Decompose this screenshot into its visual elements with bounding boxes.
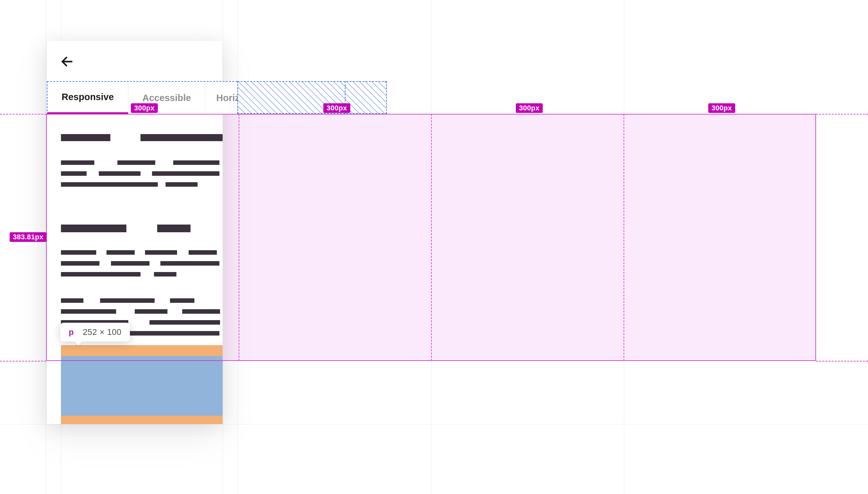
skeleton-bar <box>61 171 86 176</box>
skeleton-bar <box>170 298 194 303</box>
selection-top-edge-extend <box>0 114 46 115</box>
skeleton-bar <box>189 250 217 255</box>
col-label: 300px <box>323 103 350 113</box>
tooltip-tag: p <box>69 327 74 337</box>
box-model-margin-bottom <box>61 416 223 424</box>
skeleton-bar <box>182 309 220 314</box>
skeleton-bar <box>61 225 127 232</box>
tab-responsive[interactable]: Responsive <box>47 82 128 114</box>
skeleton-bar <box>61 160 94 165</box>
tab-horizontal[interactable]: Horizo <box>205 82 237 114</box>
skeleton-bar <box>173 160 219 165</box>
col-divider <box>431 114 432 361</box>
overflow-hatched-region <box>237 81 387 114</box>
skeleton-bar <box>135 309 168 314</box>
height-label: 383.81px <box>9 232 46 242</box>
col-label: 300px <box>708 103 735 113</box>
skeleton-bar <box>150 320 220 325</box>
selection-bottom-edge-extend <box>0 361 46 362</box>
box-model-margin-top <box>61 345 223 356</box>
skeleton-bar <box>166 182 198 187</box>
col-divider <box>623 114 624 361</box>
skeleton-bar <box>107 250 135 255</box>
device-header <box>46 41 223 82</box>
skeleton-bar <box>152 171 219 176</box>
skeleton-bar <box>61 261 99 266</box>
skeleton-bar <box>100 298 155 303</box>
box-model-content <box>61 356 223 416</box>
tab-label: Responsive <box>62 92 114 102</box>
skeleton-bar <box>61 250 96 255</box>
selection-bottom-edge-extend-r <box>816 361 868 362</box>
tab-label: Horizo <box>216 93 237 103</box>
selection-top-edge-extend-r <box>816 114 868 115</box>
skeleton-bar <box>157 225 191 232</box>
skeleton-bar <box>61 309 116 314</box>
tooltip-dimensions: 252 × 100 <box>83 327 121 337</box>
skeleton-bar <box>145 250 177 255</box>
grid-guide <box>0 424 868 424</box>
skeleton-bar <box>111 261 150 266</box>
skeleton-bar <box>154 272 176 277</box>
col-divider <box>239 114 239 361</box>
skeleton-bar <box>160 261 219 266</box>
skeleton-bar <box>140 134 223 141</box>
skeleton-bar <box>61 182 158 187</box>
skeleton-bar <box>117 160 155 165</box>
skeleton-bar <box>61 298 83 303</box>
element-tooltip: p 252 × 100 <box>60 323 130 342</box>
skeleton-bar <box>61 134 110 141</box>
skeleton-bar <box>99 171 140 176</box>
skeleton-bar <box>61 272 140 277</box>
col-label: 300px <box>131 103 158 113</box>
col-label: 300px <box>516 103 543 113</box>
arrow-left-icon[interactable] <box>60 55 74 69</box>
tab-label: Accessible <box>142 93 191 103</box>
